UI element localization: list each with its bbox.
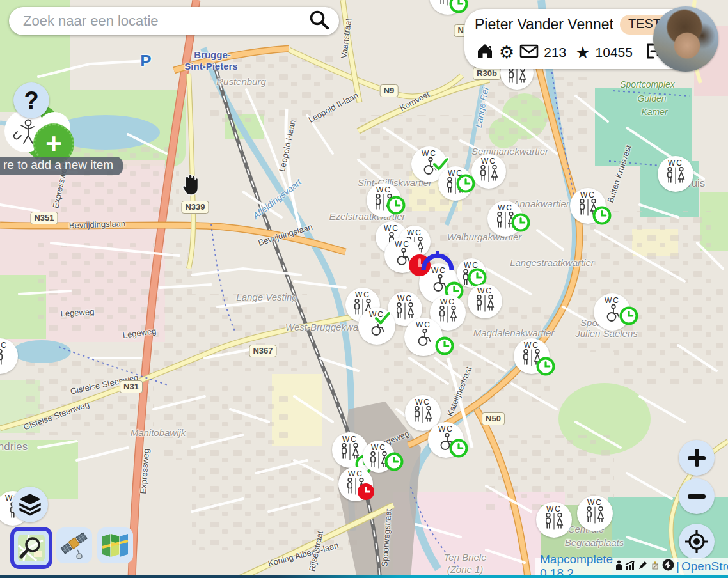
crosshair-icon xyxy=(684,529,709,554)
chart-icon[interactable] xyxy=(625,559,636,574)
map-marker-toilet-mw[interactable]: WC xyxy=(536,502,572,538)
map-marker-toilet-mw[interactable]: WC xyxy=(487,201,523,237)
user-avatar[interactable] xyxy=(653,6,718,72)
map-marker-toilet-wc[interactable]: WC xyxy=(404,318,443,356)
map-marker-toilet-mw[interactable]: WC xyxy=(570,188,606,224)
map-marker-toilet-mw[interactable]: WC xyxy=(471,154,506,189)
stats-icon[interactable] xyxy=(615,559,623,574)
layers-button[interactable] xyxy=(12,487,48,522)
road-ref-badge: N351 xyxy=(30,212,58,224)
search-bar xyxy=(9,7,339,35)
map-marker-toilet-mw[interactable]: WC xyxy=(658,156,693,192)
opening-hours-clock-badge xyxy=(619,306,638,328)
road-ref-badge: N339 xyxy=(181,201,209,214)
help-button[interactable]: ? xyxy=(13,82,49,118)
map-marker-toilet-wc[interactable]: WC xyxy=(428,422,464,458)
wheelchair-icon xyxy=(413,329,434,349)
messages-count[interactable]: 213 xyxy=(544,45,566,60)
marker-wc-label: WC xyxy=(668,159,683,167)
opening-hours-clock-badge xyxy=(536,357,555,379)
home-icon[interactable] xyxy=(476,42,494,63)
opening-hours-clock-badge xyxy=(384,452,404,474)
map-marker-toilet-mw[interactable]: WC xyxy=(457,258,486,288)
attribution-bar: Mapcomplete 0.18.2 | OpenStreetMap xyxy=(535,558,728,575)
map-marker-toilet-mw[interactable]: WC xyxy=(367,183,401,217)
theme-icon[interactable] xyxy=(650,559,660,574)
map-marker-toilet-mw[interactable]: WC xyxy=(468,284,502,318)
marker-wc-label: WC xyxy=(440,298,455,306)
opening-hours-clock-badge xyxy=(511,213,530,235)
marker-wc-label: WC xyxy=(407,229,422,237)
stars-count[interactable]: 10455 xyxy=(596,45,633,60)
edit-pencil-icon[interactable] xyxy=(638,559,648,574)
opening-hours-clock-badge xyxy=(386,196,406,217)
plus-icon xyxy=(687,448,706,467)
map-marker-toilet-mw[interactable]: WC xyxy=(514,338,550,374)
marker-wc-label: WC xyxy=(395,240,410,248)
man-woman-icon xyxy=(583,506,606,526)
marker-wc-label: WC xyxy=(481,157,496,165)
map-marker-toilet-wc[interactable]: WC xyxy=(358,308,395,345)
marker-wc-label: WC xyxy=(342,435,358,443)
osm-link[interactable]: OpenStreetMap xyxy=(681,559,728,574)
map-marker-toilet-mw[interactable]: WC xyxy=(438,166,473,201)
folded-map-icon xyxy=(100,532,130,559)
osm-carto-icon xyxy=(17,534,45,562)
marker-wc-label: WC xyxy=(605,297,620,304)
opening-hours-clock-badge xyxy=(449,439,468,460)
verified-check-badge xyxy=(374,311,391,328)
road-ref-badge: N31 xyxy=(120,380,143,393)
zoom-in-button[interactable] xyxy=(679,440,715,476)
man-woman-icon xyxy=(473,295,496,315)
blue-arc-marker[interactable] xyxy=(420,251,455,274)
star-icon[interactable]: ★ xyxy=(575,44,590,61)
messages-icon[interactable] xyxy=(519,44,539,61)
marker-wc-label: WC xyxy=(477,287,493,295)
map-marker-toilet-mw[interactable]: WC xyxy=(338,467,373,501)
search-input[interactable] xyxy=(22,12,308,30)
man-woman-icon xyxy=(393,302,416,322)
marker-wc-label: WC xyxy=(546,505,562,513)
map-style-osm-button[interactable] xyxy=(10,527,52,569)
marker-wc-label: WC xyxy=(422,150,437,157)
map-marker-toilet-mw[interactable]: WC xyxy=(332,432,368,468)
map-marker-toilet-wc[interactable]: WC xyxy=(594,293,631,331)
zoom-out-button[interactable] xyxy=(679,478,715,514)
attribution-version-link[interactable]: Mapcomplete 0.18.2 xyxy=(540,552,613,578)
map-marker-toilet-mw[interactable]: WC xyxy=(577,496,613,531)
opening-hours-clock-badge xyxy=(435,336,454,358)
map-marker-toilet-mw[interactable]: WC xyxy=(363,441,395,473)
marker-wc-label: WC xyxy=(376,186,392,194)
man-woman-icon xyxy=(664,167,687,187)
geolocate-button[interactable] xyxy=(679,524,715,559)
marker-wc-label: WC xyxy=(397,295,413,302)
marker-wc-label: WC xyxy=(0,341,8,349)
man-woman-icon xyxy=(505,67,528,87)
add-item-tooltip: re to add a new item xyxy=(0,157,123,175)
marker-wc-label: WC xyxy=(371,444,386,451)
minus-icon xyxy=(687,487,706,506)
marker-wc-label: WC xyxy=(348,470,363,478)
settings-gear-icon[interactable]: ⚙ xyxy=(499,44,514,61)
map-style-satellite-button[interactable] xyxy=(56,527,92,563)
opening-hours-clock-badge xyxy=(592,206,612,228)
road-ref-badge: R30b xyxy=(473,67,501,80)
hand-cursor-icon xyxy=(180,173,202,199)
marker-wc-label: WC xyxy=(416,321,431,329)
road-ref-badge: N9 xyxy=(380,84,399,97)
road-ref-badge: N50 xyxy=(482,412,505,425)
satellite-icon xyxy=(59,531,89,560)
search-icon[interactable] xyxy=(308,9,330,33)
marker-wc-label: WC xyxy=(580,191,596,199)
marker-wc-label: WC xyxy=(384,224,399,232)
osm-badge-icon[interactable] xyxy=(662,559,674,574)
marker-wc-label: WC xyxy=(438,425,454,433)
map-style-worldmap-button[interactable] xyxy=(97,527,133,563)
man-woman-icon xyxy=(411,406,434,426)
marker-wc-label: WC xyxy=(498,204,513,212)
road-ref-badge: N367 xyxy=(249,345,276,357)
user-name[interactable]: Pieter Vander Vennet xyxy=(475,16,613,33)
attribution-divider: | xyxy=(676,559,679,574)
man-woman-icon xyxy=(477,165,500,185)
opening-hours-clock-badge xyxy=(456,174,475,196)
